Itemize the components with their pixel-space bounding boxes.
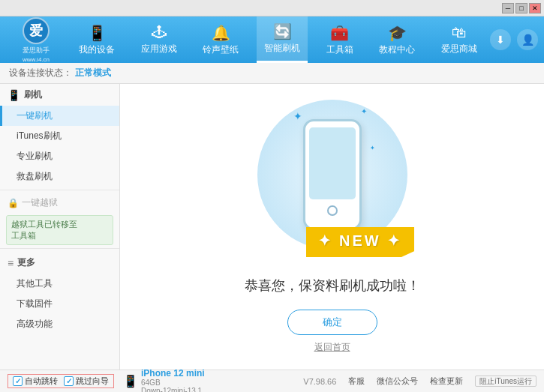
new-ribbon-wrapper: ✦ NEW ✦ [306, 227, 415, 257]
tutorials-icon: 🎓 [388, 24, 407, 42]
phone-home-btn [327, 205, 338, 216]
stop-itunes: 阻止iTunes运行 [475, 376, 536, 387]
center-content: ✦ ✦ ✦ ✦ NEW ✦ 恭喜您，保资料刷机成功啦！ 确定 返回首页 [120, 84, 544, 370]
nav-store-label: 爱思商城 [441, 43, 477, 55]
device-capacity: 64GB [141, 379, 205, 387]
itunes-flash-label: iTunes刷机 [17, 130, 62, 141]
skip-wizard-item[interactable]: 跳过向导 [64, 376, 109, 387]
lock-icon: 🔒 [8, 198, 19, 208]
device-details: iPhone 12 mini 64GB Down-12mini-13.1 [141, 368, 205, 393]
notice-text: 越狱工具已转移至工具箱 [11, 220, 77, 240]
nav-apps-games[interactable]: 🕹 应用游戏 [134, 16, 185, 63]
main-content: 📱 刷机 一键刷机 iTunes刷机 专业刷机 救盘刷机 🔒 一键越狱 越狱工具… [0, 84, 544, 370]
nav-right: ⬇ 👤 [490, 29, 538, 50]
phone-screen [309, 127, 356, 199]
download-btn[interactable]: ⬇ [490, 29, 511, 50]
auto-redirect-label: 自动跳转 [25, 376, 58, 387]
sidebar-item-baseband-flash[interactable]: 救盘刷机 [0, 166, 119, 187]
new-text: ✦ NEW ✦ [306, 227, 415, 257]
flash-section-label: 刷机 [24, 88, 42, 101]
nav-my-device[interactable]: 📱 我的设备 [71, 16, 122, 63]
bottom-left: 自动跳转 跳过向导 📱 iPhone 12 mini 64GB Down-12m… [8, 368, 303, 393]
wechat-link[interactable]: 微信公众号 [377, 376, 418, 387]
nav-smart-flash[interactable]: 🔄 智能刷机 [257, 16, 308, 63]
device-model: Down-12mini-13.1 [141, 387, 205, 393]
sidebar-item-pro-flash[interactable]: 专业刷机 [0, 146, 119, 166]
device-info: 📱 iPhone 12 mini 64GB Down-12mini-13.1 [123, 368, 205, 393]
sidebar-item-download-firmware[interactable]: 下载固件 [0, 294, 119, 314]
nav-items: 📱 我的设备 🕹 应用游戏 🔔 铃声壁纸 🔄 智能刷机 🧰 工具箱 🎓 教程中心… [66, 16, 490, 63]
advanced-label: 高级功能 [17, 319, 53, 329]
phone-body [303, 119, 362, 230]
jailbreak-label: 一键越狱 [22, 196, 58, 209]
smart-flash-icon: 🔄 [273, 22, 292, 40]
skip-wizard-checkbox[interactable] [64, 376, 74, 386]
sidebar: 📱 刷机 一键刷机 iTunes刷机 专业刷机 救盘刷机 🔒 一键越狱 越狱工具… [0, 84, 120, 370]
bottom-bar: 自动跳转 跳过向导 📱 iPhone 12 mini 64GB Down-12m… [0, 370, 544, 392]
back-home-link[interactable]: 返回首页 [314, 341, 350, 354]
flash-section-icon: 📱 [8, 89, 20, 101]
skip-wizard-label: 跳过向导 [76, 376, 109, 387]
sidebar-divider-2 [0, 248, 119, 249]
sidebar-notice: 越狱工具已转移至工具箱 [6, 215, 113, 245]
checkbox-group: 自动跳转 跳过向导 [8, 374, 114, 388]
nav-apps-label: 应用游戏 [141, 43, 177, 55]
nav-smart-flash-label: 智能刷机 [264, 42, 300, 55]
nav-toolbox[interactable]: 🧰 工具箱 [319, 16, 361, 63]
minimize-btn[interactable]: ─ [502, 3, 514, 13]
status-value: 正常模式 [75, 67, 111, 79]
logo-icon: 爱 [23, 17, 50, 44]
bottom-right: V7.98.66 客服 微信公众号 检查更新 [303, 376, 463, 387]
download-firmware-label: 下载固件 [17, 298, 53, 309]
more-icon: ≡ [8, 257, 14, 269]
status-label: 设备连接状态： [9, 67, 72, 79]
status-bar: 设备连接状态： 正常模式 [0, 63, 544, 84]
check-update-link[interactable]: 检查更新 [430, 376, 463, 387]
top-nav: 爱 爱思助手www.i4.cn 📱 我的设备 🕹 应用游戏 🔔 铃声壁纸 🔄 智… [0, 16, 544, 63]
close-btn[interactable]: ✕ [529, 3, 541, 13]
my-device-icon: 📱 [88, 24, 107, 42]
nav-ringtones-label: 铃声壁纸 [203, 43, 239, 56]
maximize-btn[interactable]: □ [515, 3, 527, 13]
user-btn[interactable]: 👤 [517, 29, 538, 50]
nav-ringtones[interactable]: 🔔 铃声壁纸 [195, 16, 246, 63]
pro-flash-label: 专业刷机 [17, 151, 53, 161]
sidebar-flash-header: 📱 刷机 [0, 84, 119, 106]
sparkle-left: ✦ [293, 110, 302, 122]
sidebar-divider-1 [0, 190, 119, 190]
other-tools-label: 其他工具 [17, 278, 53, 289]
one-click-flash-label: 一键刷机 [17, 110, 53, 121]
title-bar: ─ □ ✕ [0, 0, 544, 16]
stop-itunes-btn[interactable]: 阻止iTunes运行 [475, 376, 536, 387]
version-text: V7.98.66 [303, 377, 336, 386]
sidebar-item-one-click-flash[interactable]: 一键刷机 [0, 106, 119, 126]
toolbox-icon: 🧰 [330, 24, 349, 42]
auto-redirect-checkbox[interactable] [13, 376, 23, 386]
device-icon: 📱 [123, 374, 138, 388]
sidebar-item-other-tools[interactable]: 其他工具 [0, 274, 119, 294]
baseband-flash-label: 救盘刷机 [17, 171, 53, 181]
ringtones-icon: 🔔 [212, 24, 230, 42]
sparkle-right-top: ✦ [361, 107, 367, 115]
sidebar-jailbreak-header: 🔒 一键越狱 [0, 193, 119, 212]
nav-tutorials-label: 教程中心 [379, 43, 415, 56]
apps-icon: 🕹 [152, 24, 167, 41]
nav-store[interactable]: 🛍 爱思商城 [434, 16, 485, 63]
confirm-btn[interactable]: 确定 [287, 310, 377, 335]
nav-tutorials[interactable]: 🎓 教程中心 [371, 16, 422, 63]
success-message: 恭喜您，保资料刷机成功啦！ [245, 277, 420, 295]
auto-redirect-item[interactable]: 自动跳转 [13, 376, 58, 387]
logo-text: 爱思助手www.i4.cn [23, 46, 50, 63]
success-illustration: ✦ ✦ ✦ ✦ NEW ✦ [250, 100, 415, 265]
sparkle-right-mid: ✦ [370, 145, 375, 151]
nav-toolbox-label: 工具箱 [326, 43, 353, 56]
sidebar-item-itunes-flash[interactable]: iTunes刷机 [0, 126, 119, 146]
sidebar-more-header: ≡ 更多 [0, 252, 119, 274]
more-label: 更多 [17, 256, 35, 269]
sidebar-item-advanced[interactable]: 高级功能 [0, 314, 119, 334]
customer-service-link[interactable]: 客服 [348, 376, 365, 387]
store-icon: 🛍 [452, 24, 467, 41]
logo: 爱 爱思助手www.i4.cn [6, 17, 66, 63]
nav-my-device-label: 我的设备 [79, 43, 115, 56]
